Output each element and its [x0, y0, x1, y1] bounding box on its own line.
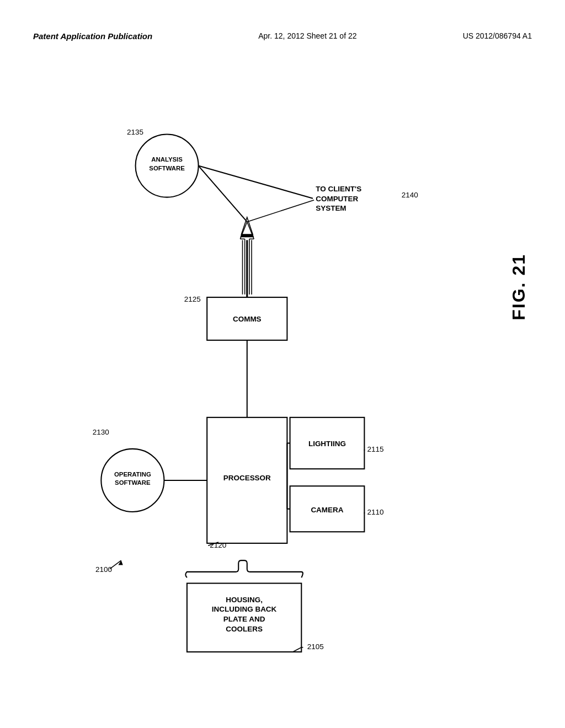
- svg-line-55: [199, 166, 247, 222]
- svg-text:LIGHTIING: LIGHTIING: [308, 440, 346, 448]
- svg-text:SOFTWARE: SOFTWARE: [115, 479, 151, 486]
- svg-text:COMMS: COMMS: [233, 315, 262, 323]
- figure-label: FIG. 21: [509, 254, 529, 320]
- header-date-sheet: Apr. 12, 2012 Sheet 21 of 22: [258, 30, 356, 40]
- patent-page: Patent Application Publication Apr. 12, …: [0, 0, 565, 728]
- svg-line-56: [199, 166, 313, 199]
- svg-text:2130: 2130: [93, 428, 109, 436]
- svg-text:2140: 2140: [402, 191, 418, 199]
- svg-text:2135: 2135: [127, 128, 143, 136]
- svg-text:SOFTWARE: SOFTWARE: [149, 165, 185, 172]
- svg-text:2110: 2110: [367, 508, 384, 516]
- svg-text:ANALYSIS: ANALYSIS: [151, 156, 183, 163]
- patent-diagram: HOUSING, INCLUDING BACK PLATE AND COOLER…: [28, 80, 535, 698]
- svg-text:INCLUDING BACK: INCLUDING BACK: [212, 605, 277, 613]
- svg-text:2115: 2115: [367, 445, 384, 453]
- svg-text:TO CLIENT'S: TO CLIENT'S: [316, 185, 361, 193]
- header-publication-label: Patent Application Publication: [33, 30, 152, 42]
- svg-line-7: [293, 647, 302, 652]
- svg-text:OPERATING: OPERATING: [114, 471, 151, 478]
- svg-text:2125: 2125: [184, 295, 201, 303]
- svg-text:CAMERA: CAMERA: [311, 506, 343, 514]
- svg-text:SYSTEM: SYSTEM: [316, 204, 346, 212]
- svg-text:PLATE AND: PLATE AND: [223, 615, 265, 623]
- svg-text:COMPUTER: COMPUTER: [316, 195, 358, 203]
- svg-text:2105: 2105: [307, 643, 324, 651]
- svg-text:HOUSING,: HOUSING,: [226, 596, 263, 604]
- header-patent-number: US 2012/086794 A1: [463, 30, 532, 40]
- svg-text:PROCESSOR: PROCESSOR: [223, 474, 271, 482]
- header: Patent Application Publication Apr. 12, …: [0, 30, 565, 42]
- svg-text:2100: 2100: [95, 565, 112, 574]
- svg-text:COOLERS: COOLERS: [226, 625, 263, 633]
- svg-line-50: [247, 200, 314, 222]
